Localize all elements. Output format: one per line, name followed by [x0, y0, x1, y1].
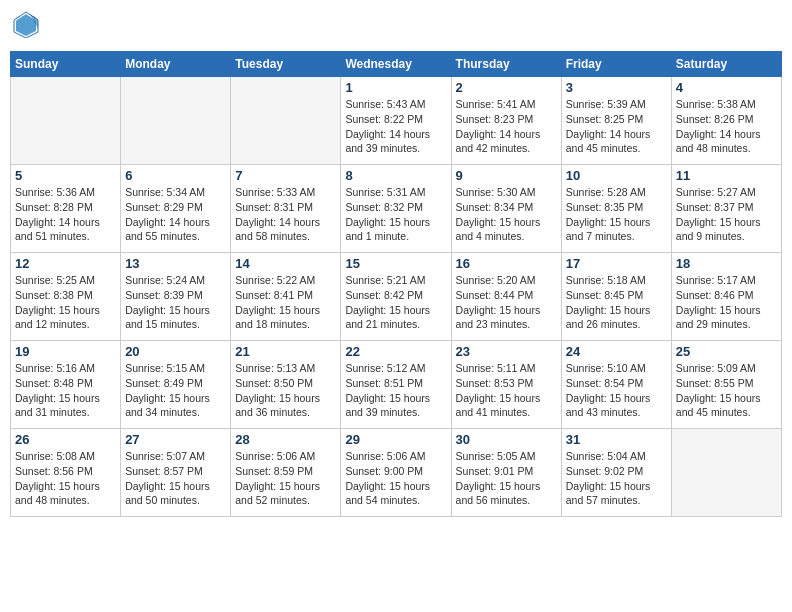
- calendar-day-header: Tuesday: [231, 52, 341, 77]
- page-header: [10, 10, 782, 43]
- logo-text: [10, 10, 40, 43]
- calendar-week-row: 19Sunrise: 5:16 AMSunset: 8:48 PMDayligh…: [11, 341, 782, 429]
- day-number: 24: [566, 344, 667, 359]
- calendar-cell: 23Sunrise: 5:11 AMSunset: 8:53 PMDayligh…: [451, 341, 561, 429]
- day-number: 17: [566, 256, 667, 271]
- day-info: Sunrise: 5:39 AMSunset: 8:25 PMDaylight:…: [566, 97, 667, 156]
- day-info: Sunrise: 5:06 AMSunset: 9:00 PMDaylight:…: [345, 449, 446, 508]
- logo: [10, 10, 40, 43]
- calendar-cell: [11, 77, 121, 165]
- day-info: Sunrise: 5:38 AMSunset: 8:26 PMDaylight:…: [676, 97, 777, 156]
- day-info: Sunrise: 5:18 AMSunset: 8:45 PMDaylight:…: [566, 273, 667, 332]
- day-number: 15: [345, 256, 446, 271]
- calendar-cell: 22Sunrise: 5:12 AMSunset: 8:51 PMDayligh…: [341, 341, 451, 429]
- day-info: Sunrise: 5:36 AMSunset: 8:28 PMDaylight:…: [15, 185, 116, 244]
- day-number: 5: [15, 168, 116, 183]
- day-info: Sunrise: 5:27 AMSunset: 8:37 PMDaylight:…: [676, 185, 777, 244]
- day-number: 16: [456, 256, 557, 271]
- day-info: Sunrise: 5:28 AMSunset: 8:35 PMDaylight:…: [566, 185, 667, 244]
- calendar-week-row: 12Sunrise: 5:25 AMSunset: 8:38 PMDayligh…: [11, 253, 782, 341]
- day-number: 9: [456, 168, 557, 183]
- day-info: Sunrise: 5:24 AMSunset: 8:39 PMDaylight:…: [125, 273, 226, 332]
- logo-icon: [12, 10, 40, 38]
- calendar-day-header: Saturday: [671, 52, 781, 77]
- calendar-cell: 14Sunrise: 5:22 AMSunset: 8:41 PMDayligh…: [231, 253, 341, 341]
- day-info: Sunrise: 5:41 AMSunset: 8:23 PMDaylight:…: [456, 97, 557, 156]
- calendar-cell: 26Sunrise: 5:08 AMSunset: 8:56 PMDayligh…: [11, 429, 121, 517]
- calendar-cell: [121, 77, 231, 165]
- calendar-cell: 12Sunrise: 5:25 AMSunset: 8:38 PMDayligh…: [11, 253, 121, 341]
- calendar-cell: 16Sunrise: 5:20 AMSunset: 8:44 PMDayligh…: [451, 253, 561, 341]
- calendar-cell: 2Sunrise: 5:41 AMSunset: 8:23 PMDaylight…: [451, 77, 561, 165]
- day-info: Sunrise: 5:25 AMSunset: 8:38 PMDaylight:…: [15, 273, 116, 332]
- day-info: Sunrise: 5:22 AMSunset: 8:41 PMDaylight:…: [235, 273, 336, 332]
- calendar-cell: 17Sunrise: 5:18 AMSunset: 8:45 PMDayligh…: [561, 253, 671, 341]
- day-info: Sunrise: 5:08 AMSunset: 8:56 PMDaylight:…: [15, 449, 116, 508]
- day-info: Sunrise: 5:11 AMSunset: 8:53 PMDaylight:…: [456, 361, 557, 420]
- calendar-day-header: Wednesday: [341, 52, 451, 77]
- calendar-cell: 31Sunrise: 5:04 AMSunset: 9:02 PMDayligh…: [561, 429, 671, 517]
- day-number: 19: [15, 344, 116, 359]
- day-number: 11: [676, 168, 777, 183]
- calendar-cell: 30Sunrise: 5:05 AMSunset: 9:01 PMDayligh…: [451, 429, 561, 517]
- calendar-cell: 4Sunrise: 5:38 AMSunset: 8:26 PMDaylight…: [671, 77, 781, 165]
- calendar-week-row: 1Sunrise: 5:43 AMSunset: 8:22 PMDaylight…: [11, 77, 782, 165]
- calendar-day-header: Sunday: [11, 52, 121, 77]
- day-info: Sunrise: 5:10 AMSunset: 8:54 PMDaylight:…: [566, 361, 667, 420]
- day-number: 20: [125, 344, 226, 359]
- calendar-cell: 6Sunrise: 5:34 AMSunset: 8:29 PMDaylight…: [121, 165, 231, 253]
- calendar-cell: [231, 77, 341, 165]
- day-number: 7: [235, 168, 336, 183]
- day-number: 27: [125, 432, 226, 447]
- day-number: 23: [456, 344, 557, 359]
- calendar-header-row: SundayMondayTuesdayWednesdayThursdayFrid…: [11, 52, 782, 77]
- day-number: 2: [456, 80, 557, 95]
- calendar-cell: 7Sunrise: 5:33 AMSunset: 8:31 PMDaylight…: [231, 165, 341, 253]
- day-info: Sunrise: 5:06 AMSunset: 8:59 PMDaylight:…: [235, 449, 336, 508]
- calendar-week-row: 26Sunrise: 5:08 AMSunset: 8:56 PMDayligh…: [11, 429, 782, 517]
- calendar-week-row: 5Sunrise: 5:36 AMSunset: 8:28 PMDaylight…: [11, 165, 782, 253]
- day-info: Sunrise: 5:43 AMSunset: 8:22 PMDaylight:…: [345, 97, 446, 156]
- day-info: Sunrise: 5:16 AMSunset: 8:48 PMDaylight:…: [15, 361, 116, 420]
- day-number: 31: [566, 432, 667, 447]
- calendar-table: SundayMondayTuesdayWednesdayThursdayFrid…: [10, 51, 782, 517]
- day-info: Sunrise: 5:17 AMSunset: 8:46 PMDaylight:…: [676, 273, 777, 332]
- calendar-cell: 11Sunrise: 5:27 AMSunset: 8:37 PMDayligh…: [671, 165, 781, 253]
- day-info: Sunrise: 5:34 AMSunset: 8:29 PMDaylight:…: [125, 185, 226, 244]
- calendar-day-header: Thursday: [451, 52, 561, 77]
- day-info: Sunrise: 5:30 AMSunset: 8:34 PMDaylight:…: [456, 185, 557, 244]
- day-number: 18: [676, 256, 777, 271]
- day-number: 28: [235, 432, 336, 447]
- calendar-cell: 21Sunrise: 5:13 AMSunset: 8:50 PMDayligh…: [231, 341, 341, 429]
- day-number: 29: [345, 432, 446, 447]
- calendar-cell: 27Sunrise: 5:07 AMSunset: 8:57 PMDayligh…: [121, 429, 231, 517]
- calendar-cell: 25Sunrise: 5:09 AMSunset: 8:55 PMDayligh…: [671, 341, 781, 429]
- day-info: Sunrise: 5:04 AMSunset: 9:02 PMDaylight:…: [566, 449, 667, 508]
- calendar-cell: 15Sunrise: 5:21 AMSunset: 8:42 PMDayligh…: [341, 253, 451, 341]
- calendar-cell: 29Sunrise: 5:06 AMSunset: 9:00 PMDayligh…: [341, 429, 451, 517]
- day-info: Sunrise: 5:12 AMSunset: 8:51 PMDaylight:…: [345, 361, 446, 420]
- calendar-cell: 18Sunrise: 5:17 AMSunset: 8:46 PMDayligh…: [671, 253, 781, 341]
- day-number: 22: [345, 344, 446, 359]
- day-info: Sunrise: 5:31 AMSunset: 8:32 PMDaylight:…: [345, 185, 446, 244]
- day-info: Sunrise: 5:21 AMSunset: 8:42 PMDaylight:…: [345, 273, 446, 332]
- calendar-cell: 13Sunrise: 5:24 AMSunset: 8:39 PMDayligh…: [121, 253, 231, 341]
- calendar-cell: [671, 429, 781, 517]
- calendar-cell: 8Sunrise: 5:31 AMSunset: 8:32 PMDaylight…: [341, 165, 451, 253]
- day-info: Sunrise: 5:33 AMSunset: 8:31 PMDaylight:…: [235, 185, 336, 244]
- day-number: 25: [676, 344, 777, 359]
- day-info: Sunrise: 5:15 AMSunset: 8:49 PMDaylight:…: [125, 361, 226, 420]
- day-number: 13: [125, 256, 226, 271]
- day-number: 30: [456, 432, 557, 447]
- day-number: 14: [235, 256, 336, 271]
- day-info: Sunrise: 5:07 AMSunset: 8:57 PMDaylight:…: [125, 449, 226, 508]
- day-number: 12: [15, 256, 116, 271]
- day-number: 4: [676, 80, 777, 95]
- calendar-cell: 28Sunrise: 5:06 AMSunset: 8:59 PMDayligh…: [231, 429, 341, 517]
- day-number: 6: [125, 168, 226, 183]
- calendar-cell: 9Sunrise: 5:30 AMSunset: 8:34 PMDaylight…: [451, 165, 561, 253]
- calendar-cell: 20Sunrise: 5:15 AMSunset: 8:49 PMDayligh…: [121, 341, 231, 429]
- calendar-cell: 3Sunrise: 5:39 AMSunset: 8:25 PMDaylight…: [561, 77, 671, 165]
- day-number: 21: [235, 344, 336, 359]
- day-info: Sunrise: 5:09 AMSunset: 8:55 PMDaylight:…: [676, 361, 777, 420]
